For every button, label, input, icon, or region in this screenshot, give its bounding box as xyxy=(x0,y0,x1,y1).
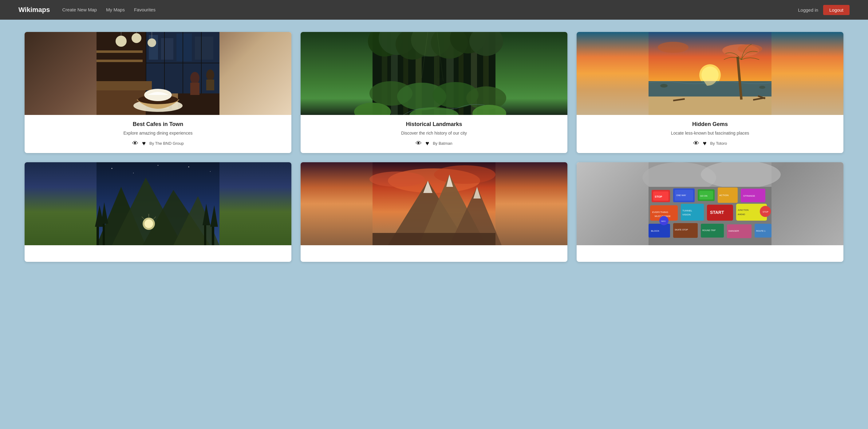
cards-grid: Best Cafes in Town Explore amazing dinin… xyxy=(25,32,843,262)
card-landmarks: Historical Landmarks Discover the rich h… xyxy=(301,32,567,153)
nav-links: Create New Map My Maps Favourites xyxy=(62,7,156,12)
svg-rect-14 xyxy=(96,60,143,62)
svg-point-84 xyxy=(145,219,153,228)
svg-text:EVERYTHING: EVERYTHING xyxy=(652,211,668,214)
heart-icon-hidden-gems[interactable]: ♥ xyxy=(703,140,707,147)
brand-logo[interactable]: Wikimaps xyxy=(19,6,50,14)
card-body-mountain-blue xyxy=(25,245,291,262)
heart-icon-landmarks[interactable]: ♥ xyxy=(425,140,429,147)
svg-text:VISION: VISION xyxy=(682,213,691,216)
svg-rect-3 xyxy=(161,38,173,60)
card-image-mountain-blue xyxy=(25,162,291,245)
main-content: Best Cafes in Town Explore amazing dinin… xyxy=(0,20,868,274)
svg-point-18 xyxy=(190,72,199,84)
svg-text:ROUND TRIP: ROUND TRIP xyxy=(702,229,716,232)
svg-rect-5 xyxy=(195,37,213,60)
svg-rect-21 xyxy=(206,80,214,90)
svg-text:STRANGE: STRANGE xyxy=(743,194,755,197)
card-body-mountain-sunset xyxy=(301,245,567,262)
card-mountain-blue xyxy=(25,162,291,262)
svg-rect-19 xyxy=(190,83,199,95)
card-mountain-sunset xyxy=(301,162,567,262)
navbar: Wikimaps Create New Map My Maps Favourit… xyxy=(0,0,868,20)
card-body-cafe: Best Cafes in Town Explore amazing dinin… xyxy=(25,115,291,153)
logged-in-text: Logged in xyxy=(798,7,818,12)
svg-point-29 xyxy=(148,38,156,47)
svg-text:TUNNEL: TUNNEL xyxy=(682,209,692,212)
svg-point-61 xyxy=(658,42,688,53)
svg-rect-77 xyxy=(103,221,105,245)
svg-rect-79 xyxy=(204,222,206,245)
svg-text:ONE WAY: ONE WAY xyxy=(676,194,686,196)
card-image-hidden-gems xyxy=(577,32,843,115)
svg-text:SKATE STOP: SKATE STOP xyxy=(675,228,688,231)
card-image-cafe xyxy=(25,32,291,115)
card-cafe: Best Cafes in Town Explore amazing dinin… xyxy=(25,32,291,153)
card-title-hidden-gems: Hidden Gems xyxy=(583,121,837,127)
svg-rect-12 xyxy=(96,81,152,90)
card-hidden-gems: Hidden Gems Locate less-known but fascin… xyxy=(577,32,843,153)
card-meta-hidden-gems: 👁 ♥ By Totoro xyxy=(583,140,837,147)
svg-point-89 xyxy=(133,173,134,173)
nav-my-maps[interactable]: My Maps xyxy=(106,7,125,12)
svg-point-68 xyxy=(660,84,668,88)
svg-text:ACTION: ACTION xyxy=(719,194,728,197)
svg-text:BLOCK: BLOCK xyxy=(651,229,660,232)
svg-rect-81 xyxy=(212,224,214,245)
svg-text:ROUTE 1: ROUTE 1 xyxy=(756,230,765,232)
svg-point-60 xyxy=(738,44,762,54)
card-stickers: STOP ONE WAY GO ON ACTION STRANGE EVERYT… xyxy=(577,162,843,262)
card-body-stickers xyxy=(577,245,843,262)
svg-rect-10 xyxy=(146,63,219,63)
eye-icon-cafe[interactable]: 👁 xyxy=(132,140,138,147)
svg-rect-75 xyxy=(96,224,99,245)
svg-text:DANGER: DANGER xyxy=(728,229,739,232)
svg-text:AHEAD: AHEAD xyxy=(738,213,745,215)
svg-rect-11 xyxy=(96,87,146,115)
card-image-landmarks xyxy=(301,32,567,115)
svg-point-27 xyxy=(131,33,142,43)
card-image-stickers: STOP ONE WAY GO ON ACTION STRANGE EVERYT… xyxy=(577,162,843,245)
svg-point-91 xyxy=(210,171,211,172)
heart-icon-cafe[interactable]: ♥ xyxy=(142,140,146,147)
svg-text:START: START xyxy=(710,210,724,215)
svg-rect-103 xyxy=(373,233,495,245)
eye-icon-landmarks[interactable]: 👁 xyxy=(415,140,422,147)
svg-point-95 xyxy=(434,165,495,184)
svg-rect-13 xyxy=(96,51,143,53)
svg-rect-4 xyxy=(177,33,192,61)
card-author-cafe: By The BND Group xyxy=(149,141,184,146)
logout-button[interactable]: Logout xyxy=(823,5,849,15)
card-description-cafe: Explore amazing dining experiences xyxy=(31,131,285,135)
card-meta-landmarks: 👁 ♥ By Batman xyxy=(307,140,561,147)
svg-point-90 xyxy=(188,166,189,167)
card-title-landmarks: Historical Landmarks xyxy=(307,121,561,127)
card-description-landmarks: Discover the rich history of our city xyxy=(307,131,561,135)
navbar-right: Logged in Logout xyxy=(798,5,849,15)
card-title-cafe: Best Cafes in Town xyxy=(31,121,285,127)
card-image-mountain-sunset xyxy=(301,162,567,245)
svg-text:STOP: STOP xyxy=(763,211,768,213)
nav-favourites[interactable]: Favourites xyxy=(134,7,156,12)
card-meta-cafe: 👁 ♥ By The BND Group xyxy=(31,140,285,147)
svg-point-88 xyxy=(112,168,113,169)
nav-create-new-map[interactable]: Create New Map xyxy=(62,7,97,12)
svg-text:STOP: STOP xyxy=(655,195,662,198)
svg-point-69 xyxy=(759,86,765,89)
svg-text:JUNCTION: JUNCTION xyxy=(738,209,748,211)
card-body-hidden-gems: Hidden Gems Locate less-known but fascin… xyxy=(577,115,843,153)
svg-point-20 xyxy=(206,69,214,81)
svg-point-96 xyxy=(369,172,425,187)
card-author-landmarks: By Batman xyxy=(433,141,453,146)
svg-text:INFO: INFO xyxy=(661,220,666,222)
card-description-hidden-gems: Locate less-known but fascinating places xyxy=(583,131,837,135)
svg-point-92 xyxy=(158,165,158,166)
card-author-hidden-gems: By Totoro xyxy=(710,141,727,146)
svg-rect-124 xyxy=(681,204,704,221)
svg-text:GO ON: GO ON xyxy=(700,195,707,197)
card-body-landmarks: Historical Landmarks Discover the rich h… xyxy=(301,115,567,153)
svg-point-25 xyxy=(116,36,127,47)
eye-icon-hidden-gems[interactable]: 👁 xyxy=(693,140,699,147)
